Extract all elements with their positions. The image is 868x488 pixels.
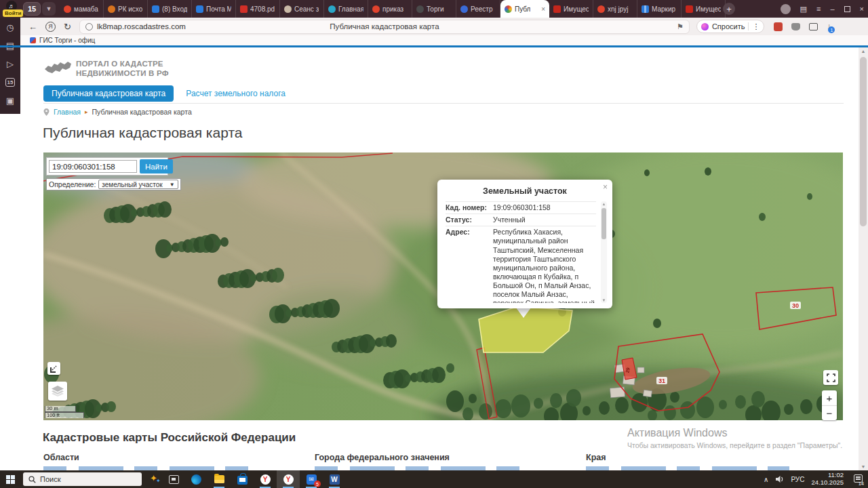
bookmark-favicon <box>30 37 36 43</box>
language-indicator[interactable]: РУС <box>791 476 804 483</box>
start-button[interactable] <box>0 470 20 488</box>
browser-tab-3[interactable]: (8) Вход <box>148 0 192 18</box>
word-icon: W <box>330 474 340 485</box>
bookmark-icon[interactable]: ⚑ <box>677 22 684 31</box>
browser-tab-14[interactable]: Маркир <box>637 0 682 18</box>
breadcrumb-arrow-icon: ▸ <box>85 108 88 115</box>
portal-logo[interactable] <box>43 60 72 77</box>
footer-col-kraya: Края <box>586 453 606 462</box>
screenshot-icon[interactable]: ▣ <box>6 96 14 105</box>
browser-tab-5[interactable]: 4708.pd <box>236 0 280 18</box>
browser-tab-9[interactable]: Торги <box>412 0 456 18</box>
scrollbar-thumb[interactable] <box>860 57 867 226</box>
taskbar-store[interactable] <box>231 470 254 488</box>
zoom-in-button[interactable]: + <box>822 390 837 405</box>
breadcrumb-home[interactable]: Главная <box>54 108 81 116</box>
taskbar-edge[interactable] <box>184 470 208 488</box>
yandex-browser-icon: Y <box>260 474 271 485</box>
browser-tab-13[interactable]: xnj jpyj <box>593 0 637 18</box>
extensions-row: ↓1 <box>774 22 831 31</box>
chevron-up-icon[interactable]: ∧ <box>764 476 768 483</box>
browser-tab-11[interactable]: Публ× <box>500 0 549 18</box>
nav-tab-public-map[interactable]: Публичная кадастровая карта <box>43 85 174 102</box>
more-dots-icon[interactable]: ⋮ <box>752 22 760 31</box>
fullscreen-button[interactable] <box>823 370 838 385</box>
taskbar-mail[interactable]: ✉5 <box>300 470 323 488</box>
url-field[interactable]: lk8map.roscadastres.com Публичная кадаст… <box>79 20 690 34</box>
calendar-icon[interactable]: 15 <box>5 78 16 87</box>
chevron-down-icon: ▼ <box>170 182 175 188</box>
copilot-icon[interactable]: ✦✦ <box>147 473 162 485</box>
speaker-icon[interactable] <box>775 475 784 483</box>
extension-red-icon[interactable] <box>774 22 783 31</box>
side-panel-icon[interactable] <box>809 23 818 30</box>
edge-icon <box>191 474 201 485</box>
back-icon[interactable]: ← <box>28 22 37 32</box>
menu-icon[interactable]: ≡ <box>816 5 821 13</box>
taskbar-apps: Y Y ✉5 W <box>184 470 346 488</box>
close-icon[interactable]: × <box>603 182 608 192</box>
browser-tab-4[interactable]: Почта М <box>192 0 236 18</box>
pdf-red-favicon-icon <box>240 5 248 13</box>
tab-counter[interactable]: 15 <box>23 2 41 16</box>
task-view-icon[interactable] <box>169 475 179 484</box>
clock[interactable]: 11:02 24.10.2025 <box>811 472 844 487</box>
extension-gray-icon[interactable] <box>791 23 800 30</box>
popup-row-value: 19:09:060301:158 <box>490 203 596 212</box>
close-window-button[interactable]: × <box>860 5 864 13</box>
ask-ai-button[interactable]: Спросить ⋮ <box>696 20 765 33</box>
bookmark-item[interactable]: ГИС Торги - офиц <box>39 37 95 44</box>
panels-icon[interactable]: ▤ <box>800 5 807 14</box>
new-tab-button[interactable]: + <box>723 3 735 15</box>
profile-avatar[interactable] <box>781 4 791 14</box>
layers-button[interactable] <box>48 382 67 401</box>
tab-close-icon[interactable]: × <box>541 5 545 13</box>
video-icon[interactable]: ▷ <box>7 60 14 68</box>
yandex-browser-icon: Y <box>283 474 294 485</box>
zoom-out-button[interactable]: − <box>822 405 837 420</box>
downloads-button[interactable]: ↓1 <box>827 22 831 31</box>
taskbar-explorer[interactable] <box>208 470 231 488</box>
scroll-up-icon[interactable]: ▲ <box>859 49 868 54</box>
login-badge[interactable]: Войти <box>3 9 23 17</box>
tray-date: 24.10.2025 <box>811 479 844 487</box>
browser-tab-6[interactable]: Сеанс з <box>280 0 324 18</box>
browser-sidebar: ◷ ▤ ▷ 15 ▣ <box>0 18 20 114</box>
voice-assistant[interactable]: ♬ Войти <box>3 1 22 17</box>
yandex-icon[interactable]: Я <box>45 22 56 32</box>
definition-select[interactable]: земельный участок ▼ <box>98 180 178 189</box>
rts-red-favicon-icon <box>686 5 693 13</box>
browser-tab-8[interactable]: приказ <box>368 0 412 18</box>
browser-tab-10[interactable]: Реестр <box>456 0 500 18</box>
nav-tab-land-tax[interactable]: Расчет земельного налога <box>186 89 285 98</box>
map-search-panel: Найти <box>46 157 168 176</box>
map-color-favicon-icon <box>505 5 512 13</box>
browser-tab-1[interactable]: мамаба <box>60 0 104 18</box>
page-scrollbar[interactable]: ▲ ▼ <box>859 47 868 470</box>
refresh-icon[interactable]: ↻ <box>64 22 71 32</box>
scroll-down-icon[interactable]: ▼ <box>859 464 868 469</box>
taskbar-yandex-2-active[interactable]: Y <box>277 470 300 488</box>
minimize-button[interactable]: – <box>830 5 834 13</box>
footer-col-oblasti: Области <box>43 453 79 462</box>
scroll-down-icon[interactable]: ▼ <box>601 298 607 302</box>
taskbar-word[interactable]: W <box>323 470 346 488</box>
taskbar-yandex-1[interactable]: Y <box>254 470 277 488</box>
scrollbar-thumb[interactable] <box>601 208 606 239</box>
measure-tool-button[interactable] <box>47 362 60 375</box>
browser-tab-7[interactable]: Главная <box>324 0 368 18</box>
search-button[interactable]: Найти <box>140 159 173 174</box>
scroll-up-icon[interactable]: ▲ <box>601 202 607 206</box>
cadastral-search-input[interactable] <box>49 160 137 173</box>
chevron-down-icon[interactable]: ▼ <box>42 2 56 16</box>
search-icon <box>28 476 36 483</box>
browser-tab-15[interactable]: Имущес <box>682 0 726 18</box>
maximize-button[interactable] <box>844 6 850 12</box>
browser-tab-12[interactable]: Имущес <box>549 0 593 18</box>
notification-center[interactable]: 14 <box>850 474 863 485</box>
ask-label: Спросить <box>712 22 745 30</box>
history-icon[interactable]: ◷ <box>6 23 14 32</box>
popup-scrollbar[interactable]: ▲ ▼ <box>601 201 607 303</box>
taskbar-search[interactable]: Поиск <box>23 472 142 486</box>
browser-tab-2[interactable]: РК исхо <box>104 0 148 18</box>
